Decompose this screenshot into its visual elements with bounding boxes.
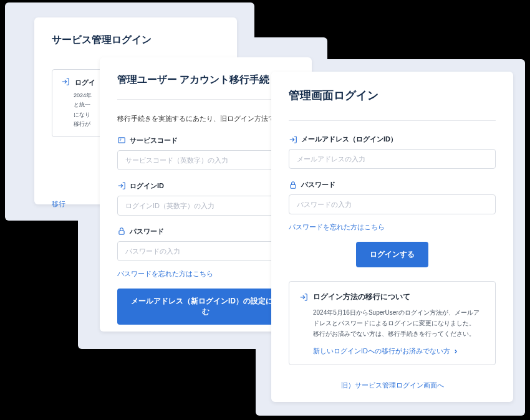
service-code-input[interactable] — [117, 150, 294, 170]
admin-login-card: 管理画面ログイン メールアドレス（ログインID） パスワード パスワードを忘れた… — [271, 72, 513, 402]
chevron-right-icon — [453, 348, 459, 355]
old-login-link[interactable]: 旧）サービス管理ログイン画面へ — [341, 381, 444, 390]
card-subtitle: 移行手続きを実施するにあたり、旧ログイン方法で — [117, 113, 294, 125]
notice-title: ログイ — [75, 78, 95, 87]
lock-icon — [289, 181, 297, 189]
login-id-icon — [289, 135, 297, 144]
login-button[interactable]: ログインする — [356, 242, 428, 267]
migration-notice-box: ログイン方法の移行について 2024年5月16日からSuperUserのログイン… — [289, 281, 496, 365]
password-label: パスワード — [301, 180, 335, 189]
login-id-input[interactable] — [117, 196, 294, 216]
service-code-label: サービスコード — [130, 136, 178, 145]
notice-title: ログイン方法の移行について — [313, 292, 410, 302]
proceed-button[interactable]: メールアドレス（新ログインID）の設定に進む — [117, 289, 294, 325]
notice-body: 2024年5月16日からSuperUserのログイン方法が、メールアドレスとパス… — [299, 307, 485, 339]
svg-rect-1 — [119, 231, 124, 235]
email-label: メールアドレス（ログインID） — [301, 135, 397, 144]
forgot-password-link[interactable]: パスワードを忘れた方はこちら — [289, 222, 385, 232]
login-id-icon — [117, 181, 126, 190]
card-title: サービス管理ログイン — [52, 34, 219, 47]
arrow-login-icon — [61, 77, 70, 87]
email-input[interactable] — [289, 149, 496, 169]
svg-rect-0 — [118, 138, 125, 143]
forgot-password-link[interactable]: パスワードを忘れた方はこちら — [117, 269, 213, 279]
service-code-icon — [117, 136, 126, 145]
card-title: 管理画面ログイン — [289, 88, 496, 103]
svg-rect-2 — [291, 184, 296, 188]
divider — [117, 99, 294, 100]
arrow-login-icon — [299, 293, 308, 302]
divider — [289, 120, 496, 121]
password-label: パスワード — [130, 227, 164, 236]
login-id-label: ログインID — [130, 181, 164, 191]
password-input[interactable] — [117, 241, 294, 261]
card-title: 管理ユーザー アカウント移行手続 — [117, 74, 294, 87]
lock-icon — [117, 227, 126, 236]
password-input[interactable] — [289, 194, 496, 214]
migration-link[interactable]: 新しいログインIDへの移行がお済みでない方 — [299, 346, 485, 356]
